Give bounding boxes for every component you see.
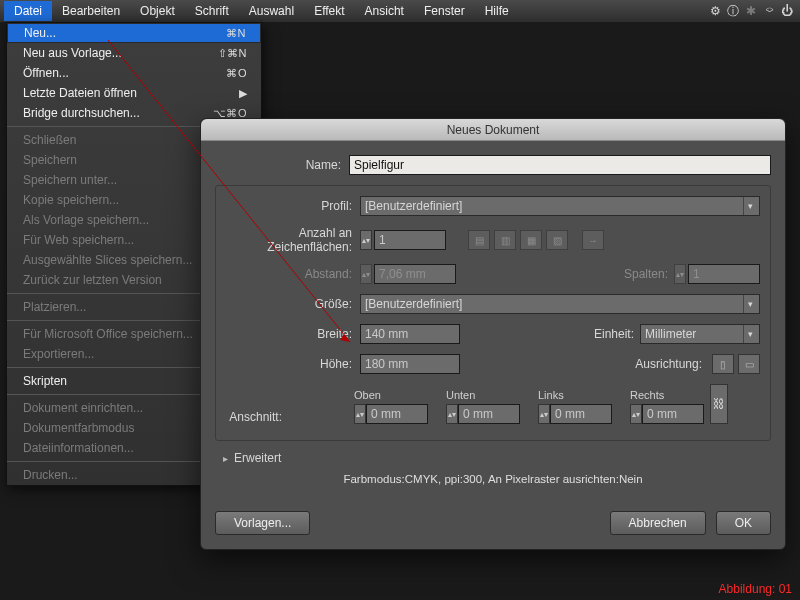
menu-auswahl[interactable]: Auswahl [239, 1, 304, 21]
label-left: Links [538, 389, 612, 401]
tray-icon[interactable]: ⚙ [706, 4, 724, 18]
menu-shortcut: ▶ [239, 87, 248, 100]
label-right: Rechts [630, 389, 704, 401]
templates-button[interactable]: Vorlagen... [215, 511, 310, 535]
bleed-left-input[interactable] [550, 404, 612, 424]
label-columns: Spalten: [624, 267, 674, 281]
new-document-dialog: Neues Dokument Name: Profil: [Benutzerde… [200, 118, 786, 550]
menu-item-label: Bridge durchsuchen... [23, 106, 213, 120]
menu-fenster[interactable]: Fenster [414, 1, 475, 21]
grid-col-icon: ▥ [494, 230, 516, 250]
settings-panel: Profil: [Benutzerdefiniert]▾ Anzahl an Z… [215, 185, 771, 441]
menu-item-label: Letzte Dateien öffnen [23, 86, 239, 100]
spacing-input [374, 264, 456, 284]
figure-caption: Abbildung: 01 [719, 582, 792, 596]
ok-button[interactable]: OK [716, 511, 771, 535]
label-bottom: Unten [446, 389, 520, 401]
grid-rev-icon: ▧ [546, 230, 568, 250]
label-name: Name: [215, 158, 349, 172]
profile-select[interactable]: [Benutzerdefiniert]▾ [360, 196, 760, 216]
menu-item-label: Neu... [24, 26, 226, 40]
label-profile: Profil: [226, 199, 360, 213]
bleed-right-input[interactable] [642, 404, 704, 424]
menu-ansicht[interactable]: Ansicht [355, 1, 414, 21]
menu-hilfe[interactable]: Hilfe [475, 1, 519, 21]
label-orientation: Ausrichtung: [635, 357, 708, 371]
menu-item-label: Neu aus Vorlage... [23, 46, 218, 60]
orientation-landscape-icon[interactable]: ▭ [738, 354, 760, 374]
chevron-down-icon: ▾ [743, 197, 757, 215]
chevron-down-icon: ▾ [743, 295, 757, 313]
chevron-down-icon: ▾ [743, 325, 757, 343]
bluetooth-icon[interactable]: ✱ [742, 4, 760, 18]
width-input[interactable] [360, 324, 460, 344]
menu-item[interactable]: Neu...⌘N [7, 23, 261, 43]
menu-shortcut: ⌘N [226, 27, 246, 40]
label-unit: Einheit: [594, 327, 640, 341]
tray-icon[interactable]: ⓘ [724, 3, 742, 20]
label-width: Breite: [226, 327, 360, 341]
unit-select[interactable]: Millimeter▾ [640, 324, 760, 344]
menu-effekt[interactable]: Effekt [304, 1, 354, 21]
name-input[interactable] [349, 155, 771, 175]
menu-shortcut: ⌘O [226, 67, 247, 80]
menu-datei[interactable]: Datei [4, 1, 52, 21]
columns-input [688, 264, 760, 284]
spacing-stepper: ▴▾ [360, 264, 372, 284]
bleed-top-input[interactable] [366, 404, 428, 424]
mode-info: Farbmodus:CMYK, ppi:300, An Pixelraster … [215, 473, 771, 485]
orientation-portrait-icon[interactable]: ▯ [712, 354, 734, 374]
menu-item[interactable]: Letzte Dateien öffnen▶ [7, 83, 261, 103]
menu-bearbeiten[interactable]: Bearbeiten [52, 1, 130, 21]
label-spacing: Abstand: [226, 267, 360, 281]
link-bleed-icon[interactable]: ⛓ [710, 384, 728, 424]
advanced-disclosure[interactable]: Erweitert [223, 451, 771, 465]
menu-item[interactable]: Neu aus Vorlage...⇧⌘N [7, 43, 261, 63]
menu-item-label: Öffnen... [23, 66, 226, 80]
menu-objekt[interactable]: Objekt [130, 1, 185, 21]
columns-stepper: ▴▾ [674, 264, 686, 284]
size-select[interactable]: [Benutzerdefiniert]▾ [360, 294, 760, 314]
artboards-input[interactable] [374, 230, 446, 250]
power-icon[interactable]: ⏻ [778, 4, 796, 18]
arrow-right-icon: → [582, 230, 604, 250]
cancel-button[interactable]: Abbrechen [610, 511, 706, 535]
bleed-bottom-input[interactable] [458, 404, 520, 424]
menu-bar: Datei Bearbeiten Objekt Schrift Auswahl … [0, 0, 800, 22]
label-bleed: Anschnitt: [226, 410, 290, 424]
menu-item[interactable]: Öffnen...⌘O [7, 63, 261, 83]
wifi-icon[interactable]: ⌔ [760, 4, 778, 18]
label-size: Größe: [226, 297, 360, 311]
label-artboards: Anzahl an Zeichenflächen: [226, 226, 360, 254]
menu-schrift[interactable]: Schrift [185, 1, 239, 21]
dialog-title: Neues Dokument [201, 119, 785, 141]
artboards-stepper[interactable]: ▴▾ [360, 230, 372, 250]
label-height: Höhe: [226, 357, 360, 371]
label-top: Oben [354, 389, 428, 401]
grid-z-icon: ▦ [520, 230, 542, 250]
menu-shortcut: ⇧⌘N [218, 47, 247, 60]
grid-row-icon: ▤ [468, 230, 490, 250]
height-input[interactable] [360, 354, 460, 374]
